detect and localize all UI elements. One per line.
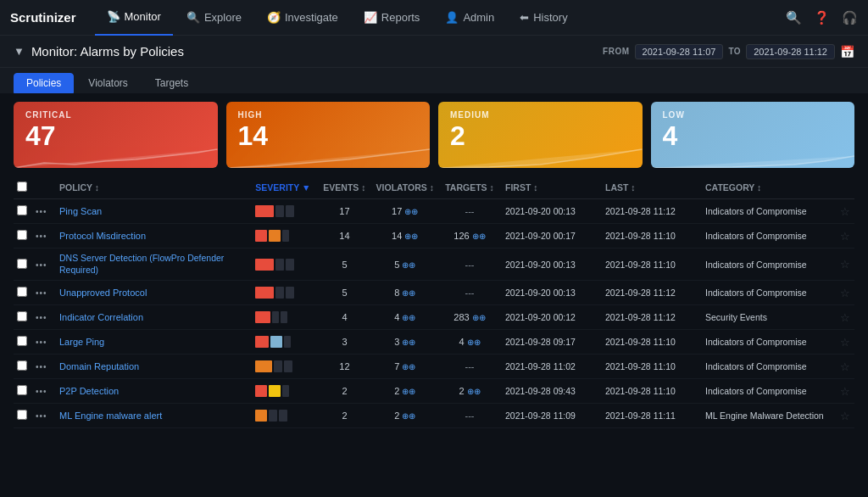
star-icon[interactable]: ☆ bbox=[840, 230, 850, 243]
to-date[interactable]: 2021-09-28 11:12 bbox=[746, 44, 835, 59]
events-cell: 4 bbox=[318, 305, 370, 330]
nav-admin[interactable]: 👤 Admin bbox=[433, 0, 506, 36]
star-icon[interactable]: ☆ bbox=[840, 287, 850, 299]
first-cell: 2021-09-28 11:08 bbox=[500, 428, 600, 431]
row-dots[interactable]: ••• bbox=[36, 207, 47, 216]
category-cell: Indicators of Compromise bbox=[700, 199, 836, 224]
row-checkbox[interactable] bbox=[17, 230, 27, 240]
calendar-icon[interactable]: 📅 bbox=[840, 45, 854, 59]
star-icon[interactable]: ☆ bbox=[840, 360, 850, 373]
last-cell: 2021-09-28 11:10 bbox=[600, 224, 700, 248]
nav-history-label: History bbox=[533, 11, 567, 24]
row-checkbox[interactable] bbox=[17, 311, 27, 321]
row-dots[interactable]: ••• bbox=[36, 260, 47, 270]
violators-count: 2 bbox=[394, 410, 399, 421]
policy-link[interactable]: Large Ping bbox=[59, 337, 104, 347]
targets-dash: --- bbox=[465, 288, 475, 298]
help-icon[interactable]: ❓ bbox=[814, 10, 830, 25]
category-cell: ML Engine Malware Detection bbox=[700, 404, 836, 428]
stat-high-chart bbox=[226, 144, 431, 168]
nav-history[interactable]: ⬅ History bbox=[508, 0, 579, 36]
severity-segment bbox=[284, 336, 291, 348]
tab-violators[interactable]: Violators bbox=[75, 73, 140, 93]
row-dots[interactable]: ••• bbox=[36, 232, 47, 241]
nav-reports[interactable]: 📈 Reports bbox=[352, 0, 432, 36]
violators-cell: 17 ⊕⊕ bbox=[371, 199, 439, 224]
tab-policies-label: Policies bbox=[26, 77, 61, 89]
star-icon[interactable]: ☆ bbox=[840, 385, 850, 398]
row-dots[interactable]: ••• bbox=[36, 362, 47, 371]
row-checkbox[interactable] bbox=[17, 385, 27, 395]
policy-link[interactable]: Ping Scan bbox=[59, 206, 102, 216]
table-row: •••Large Ping33 ⊕⊕4 ⊕⊕2021-09-28 09:1720… bbox=[14, 330, 854, 355]
row-dots[interactable]: ••• bbox=[36, 387, 47, 396]
page-title: Monitor: Alarms by Policies bbox=[31, 44, 184, 59]
first-cell: 2021-09-20 00:13 bbox=[500, 248, 600, 281]
from-label: FROM bbox=[603, 47, 629, 56]
policy-link[interactable]: Indicator Correlation bbox=[59, 312, 143, 322]
row-checkbox[interactable] bbox=[17, 259, 27, 269]
star-icon[interactable]: ☆ bbox=[840, 336, 850, 349]
severity-segment bbox=[255, 230, 267, 242]
row-dots[interactable]: ••• bbox=[36, 338, 47, 347]
policy-link[interactable]: P2P Detection bbox=[59, 386, 119, 396]
targets-cell: --- bbox=[439, 281, 500, 305]
nav-monitor[interactable]: 📡 Monitor bbox=[95, 0, 173, 36]
select-all-checkbox[interactable] bbox=[17, 181, 27, 192]
targets-cell: --- bbox=[439, 404, 500, 428]
policy-link[interactable]: Unapproved Protocol bbox=[59, 288, 147, 298]
star-icon[interactable]: ☆ bbox=[840, 311, 850, 324]
nav-reports-label: Reports bbox=[381, 11, 420, 24]
row-checkbox[interactable] bbox=[17, 205, 27, 215]
table-row: •••P2P Detection22 ⊕⊕2 ⊕⊕2021-09-28 09:4… bbox=[14, 379, 854, 404]
row-dots[interactable]: ••• bbox=[36, 288, 47, 298]
policy-link[interactable]: Domain Reputation bbox=[59, 361, 139, 371]
from-date[interactable]: 2021-09-28 11:07 bbox=[635, 44, 724, 59]
policy-link[interactable]: ML Engine malware alert bbox=[59, 410, 162, 421]
policy-link[interactable]: Protocol Misdirection bbox=[59, 231, 146, 241]
row-checkbox[interactable] bbox=[17, 410, 27, 420]
targets-cell: 126 ⊕⊕ bbox=[439, 224, 500, 248]
nav-explore[interactable]: 🔍 Explore bbox=[175, 0, 253, 36]
severity-segment bbox=[270, 336, 282, 348]
violators-plus-icons: ⊕⊕ bbox=[402, 338, 415, 347]
violators-cell: 3 ⊕⊕ bbox=[371, 330, 439, 355]
tab-policies[interactable]: Policies bbox=[14, 73, 74, 93]
nav-admin-label: Admin bbox=[463, 11, 494, 24]
violators-cell: 2 ⊕⊕ bbox=[371, 404, 439, 428]
search-icon[interactable]: 🔍 bbox=[786, 10, 802, 25]
category-cell: Security Events bbox=[700, 305, 836, 330]
row-checkbox[interactable] bbox=[17, 336, 27, 346]
row-checkbox[interactable] bbox=[17, 287, 27, 297]
severity-bar bbox=[255, 383, 313, 399]
star-icon[interactable]: ☆ bbox=[840, 205, 850, 218]
severity-segment bbox=[275, 259, 284, 271]
stat-card-high: HIGH 14 bbox=[226, 102, 431, 168]
first-cell: 2021-09-20 00:13 bbox=[500, 281, 600, 305]
policy-link[interactable]: DNS Server Detection (FlowPro Defender R… bbox=[59, 253, 224, 275]
severity-segment bbox=[255, 336, 269, 348]
severity-segment bbox=[286, 205, 294, 217]
tab-targets[interactable]: Targets bbox=[142, 73, 201, 93]
severity-segment bbox=[284, 360, 292, 372]
star-icon[interactable]: ☆ bbox=[840, 410, 850, 422]
page-header: ▼ Monitor: Alarms by Policies FROM 2021-… bbox=[0, 36, 868, 68]
targets-cell: --- bbox=[439, 355, 500, 379]
last-cell: 2021-09-28 11:10 bbox=[600, 248, 700, 281]
severity-segment bbox=[269, 385, 281, 397]
severity-segment bbox=[255, 360, 272, 372]
violators-count: 5 bbox=[394, 260, 399, 270]
violators-cell: 4 ⊕⊕ bbox=[371, 305, 439, 330]
nav-investigate[interactable]: 🧭 Investigate bbox=[255, 0, 350, 36]
targets-cell: 4 ⊕⊕ bbox=[439, 330, 500, 355]
headphones-icon[interactable]: 🎧 bbox=[842, 10, 858, 25]
row-dots[interactable]: ••• bbox=[36, 313, 47, 322]
row-checkbox[interactable] bbox=[17, 360, 27, 371]
row-dots[interactable]: ••• bbox=[36, 411, 47, 421]
star-icon[interactable]: ☆ bbox=[840, 258, 850, 271]
col-header-severity[interactable]: SEVERITY ▼ bbox=[250, 176, 318, 199]
first-cell: 2021-09-28 11:09 bbox=[500, 404, 600, 428]
events-cell: 3 bbox=[318, 330, 370, 355]
table-row: •••Indicator Correlation44 ⊕⊕283 ⊕⊕2021-… bbox=[14, 305, 854, 330]
violators-plus-icons: ⊕⊕ bbox=[402, 288, 415, 298]
